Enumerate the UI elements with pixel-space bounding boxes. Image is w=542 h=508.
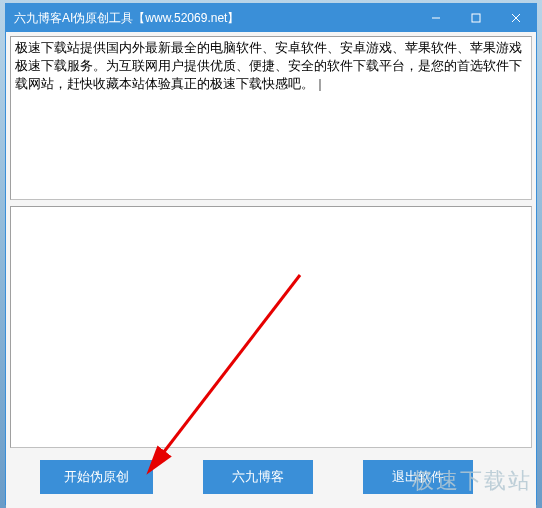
input-container: 极速下载站提供国内外最新最全的电脑软件、安卓软件、安卓游戏、苹果软件、苹果游戏极… [10,36,532,200]
minimize-icon [431,13,441,23]
window-title: 六九博客AI伪原创工具【www.52069.net】 [14,10,239,27]
svg-rect-1 [472,14,480,22]
close-button[interactable] [496,4,536,32]
output-container [10,206,532,448]
output-textarea[interactable] [11,207,531,447]
minimize-button[interactable] [416,4,456,32]
input-textarea[interactable]: 极速下载站提供国内外最新最全的电脑软件、安卓软件、安卓游戏、苹果软件、苹果游戏极… [11,37,531,199]
content-area: 极速下载站提供国内外最新最全的电脑软件、安卓软件、安卓游戏、苹果软件、苹果游戏极… [6,32,536,508]
app-window: 六九博客AI伪原创工具【www.52069.net】 极速下载站提供国内外最新最… [5,3,537,505]
blog-button[interactable]: 六九博客 [203,460,313,494]
close-icon [511,13,521,23]
button-row: 开始伪原创 六九博客 退出软件 [10,454,532,504]
maximize-button[interactable] [456,4,496,32]
start-button[interactable]: 开始伪原创 [40,460,153,494]
window-controls [416,4,536,32]
exit-button[interactable]: 退出软件 [363,460,473,494]
titlebar: 六九博客AI伪原创工具【www.52069.net】 [6,4,536,32]
maximize-icon [471,13,481,23]
